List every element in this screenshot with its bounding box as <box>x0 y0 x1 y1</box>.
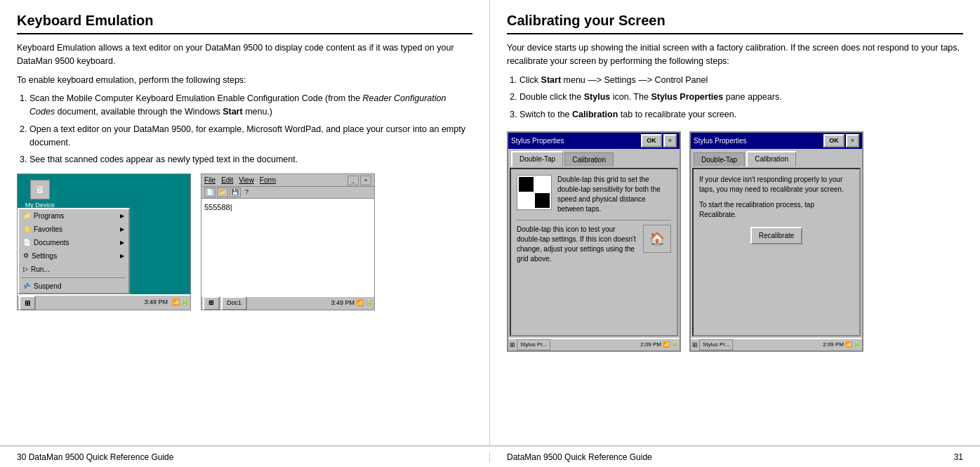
start-btn-small[interactable]: ⊞ <box>203 296 220 310</box>
battery-icon-s2: 🔋 <box>854 341 861 349</box>
stylus-close-1[interactable]: × <box>663 134 677 148</box>
tab-doubletap-2[interactable]: Double-Tap <box>694 152 745 166</box>
stylus-taskbar-2: ⊞ Stylus Pr... 2:09 PM 📶 🔋 <box>691 338 862 350</box>
stylus-close-2[interactable]: × <box>846 134 859 148</box>
stylus-ok-1[interactable]: OK <box>641 134 662 148</box>
menu-settings[interactable]: ⚙ Settings ▶ <box>19 249 128 263</box>
windows-icon: ⊞ <box>25 298 30 308</box>
stylus-content-1: Double-tap this grid to set the double-t… <box>510 168 678 336</box>
menu-programs[interactable]: 📁 Programs ▶ <box>19 209 128 223</box>
stylus-title-2: Stylus Properties <box>694 136 747 146</box>
desktop-taskbar: ⊞ 3:49 PM 📶 🔋 <box>18 294 190 310</box>
footer-left: 30 DataMan 9500 Quick Reference Guide <box>0 452 490 462</box>
grid-cell-tl <box>519 177 534 192</box>
tab-calibration-label-1: Calibration <box>572 156 606 164</box>
desktop-screenshot: 🖥 My Device ♻ Recycle Bin <box>17 173 191 310</box>
screenshots-row: 🖥 My Device ♻ Recycle Bin <box>17 173 472 310</box>
r-step3a: Switch to the <box>519 110 572 119</box>
stylus-start-1[interactable]: ⊞ <box>510 341 515 350</box>
save-btn[interactable]: 💾 <box>230 188 241 197</box>
right-step1: Click Start menu —> Settings —> Control … <box>519 74 963 87</box>
stylus-time-1: 2:09 PM <box>640 341 661 349</box>
monitor-icon: 🖥 <box>30 180 50 199</box>
right-step3: Switch to the Calibration tab to recalib… <box>519 108 963 121</box>
programs-arrow: ▶ <box>120 212 124 221</box>
tab-calibration-2[interactable]: Calibration <box>746 151 796 166</box>
test-icon[interactable]: 🏠 <box>643 225 671 253</box>
stylus-ok-2[interactable]: OK <box>823 134 845 148</box>
menu-suspend[interactable]: 💤 Suspend <box>19 279 128 293</box>
menu-documents[interactable]: 📄 Documents ▶ <box>19 236 128 249</box>
left-para1: Keyboard Emulation allows a text editor … <box>17 41 472 68</box>
start-menu[interactable]: 📁 Programs ▶ ⭐ Favorites ▶ <box>18 208 130 294</box>
footer-right: DataMan 9500 Quick Reference Guide 31 <box>490 452 980 462</box>
page-container: Keyboard Emulation Keyboard Emulation al… <box>0 0 980 467</box>
menu-favorites[interactable]: ⭐ Favorites ▶ <box>19 223 128 236</box>
grid-section-1: Double-tap this grid to set the double-t… <box>517 175 671 214</box>
signal-icon-s2: 📶 <box>845 341 852 349</box>
wordpad-content: 555588| <box>201 199 374 296</box>
tab-calibration-label-2: Calibration <box>755 155 788 163</box>
stylus-tabs-2: Double-Tap Calibration <box>691 149 862 166</box>
stylus-start-2[interactable]: ⊞ <box>692 341 698 350</box>
doc-label: Doc1 <box>227 299 241 306</box>
menu-run[interactable]: ▷ Run... <box>19 263 128 276</box>
right-title: Calibrating your Screen <box>507 13 963 34</box>
tab-doubletap-1[interactable]: Double-Tap <box>511 151 563 166</box>
menu-view[interactable]: View <box>239 175 254 185</box>
footer-right-text: DataMan 9500 Quick Reference Guide <box>507 452 652 462</box>
battery-icon: 🔋 <box>181 298 189 308</box>
signal-icon: 📶 <box>172 298 180 308</box>
close-btn[interactable]: × <box>360 176 371 185</box>
wordpad-controls: _ × <box>347 176 371 185</box>
left-para2: To enable keyboard emulation, perform th… <box>17 74 472 87</box>
signal-icon-s1: 📶 <box>663 341 670 349</box>
stylus-sep-1 <box>517 220 671 221</box>
stylus-window-1: Stylus Properties OK × Double-Tap Calibr… <box>507 131 681 353</box>
grid-cell-tr <box>535 177 550 192</box>
tab-doubletap-label-1: Double-Tap <box>519 155 555 163</box>
stylus-tabs-1: Double-Tap Calibration <box>508 149 680 166</box>
recalibrate-button[interactable]: Recalibrate <box>750 227 803 244</box>
tab-doubletap-label-2: Double-Tap <box>701 156 737 164</box>
run-label: Run... <box>31 264 50 275</box>
main-content: Keyboard Emulation Keyboard Emulation al… <box>0 0 980 446</box>
icon-section: Double-tap this icon to test your double… <box>517 225 671 264</box>
left-step2: Open a text editor on your DataMan 9500,… <box>29 123 472 150</box>
new-btn[interactable]: 📄 <box>204 188 216 197</box>
stylus-time-2: 2:09 PM <box>823 341 844 349</box>
taskbar-icons: 3:49 PM 📶 🔋 <box>141 298 189 308</box>
left-step3: See that scanned codes appear as newly t… <box>29 153 472 166</box>
recalibrate-instruction: To start the recalibration process, tap … <box>699 200 854 220</box>
footer: 30 DataMan 9500 Quick Reference Guide Da… <box>0 446 980 467</box>
open-btn[interactable]: 📂 <box>217 188 228 197</box>
grid-cell-bl <box>519 193 534 208</box>
battery-icon2: 🔋 <box>365 298 373 308</box>
left-section: Keyboard Emulation Keyboard Emulation al… <box>0 0 490 445</box>
signal-icon2: 📶 <box>356 298 364 308</box>
left-steps: Scan the Mobile Computer Keyboard Emulat… <box>29 92 472 166</box>
stylus-task-btn-1[interactable]: Stylus Pr... <box>517 339 550 350</box>
tab-calibration-1[interactable]: Calibration <box>564 152 614 166</box>
menu-file[interactable]: File <box>204 175 216 185</box>
stylus-task-btn-2[interactable]: Stylus Pr... <box>699 339 733 350</box>
menu-edit[interactable]: Edit <box>221 175 233 185</box>
step1e: menu.) <box>243 107 272 117</box>
settings-label: Settings <box>32 251 57 261</box>
footer-page-number: 31 <box>954 452 963 462</box>
tap-grid[interactable] <box>517 175 552 210</box>
minimize-btn[interactable]: _ <box>347 176 359 185</box>
doc-btn[interactable]: Doc1 <box>221 296 247 310</box>
stylus-titlebar-2: Stylus Properties OK × <box>691 133 862 150</box>
grid-cell-br <box>535 193 550 208</box>
stylus-titlebar-1: Stylus Properties OK × <box>508 133 680 150</box>
calibration-info: If your device isn't responding properly… <box>699 175 854 195</box>
wordpad-toolbar: 📄 📂 💾 ? <box>201 187 374 199</box>
menu-form[interactable]: Form <box>260 175 276 185</box>
r-step2c: icon. The <box>610 92 651 102</box>
stylus-window-2: Stylus Properties OK × Double-Tap Calibr… <box>689 131 863 353</box>
documents-label: Documents <box>34 237 69 248</box>
help-btn[interactable]: ? <box>245 188 249 197</box>
start-button[interactable]: ⊞ <box>19 296 36 310</box>
grid-text: Double-tap this grid to set the double-t… <box>557 175 671 214</box>
